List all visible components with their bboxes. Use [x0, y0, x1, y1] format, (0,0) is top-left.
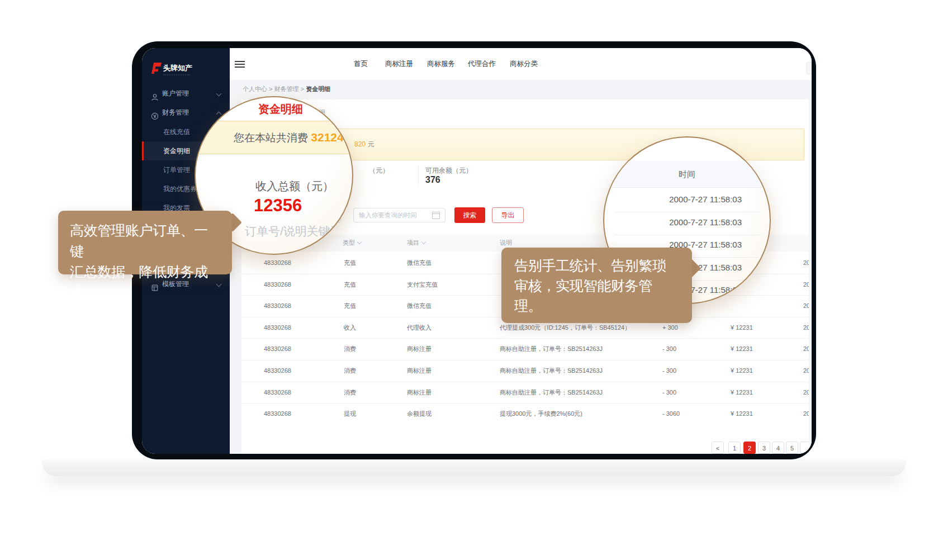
calendar-icon[interactable]	[432, 212, 440, 219]
cell-project: 微信充值	[407, 295, 432, 317]
cell-time: 2000-7-27 11:58:03	[803, 338, 809, 360]
pagination-page-button[interactable]: 3	[758, 442, 770, 454]
cell-desc: 提现3000元，手续费2%(60元)	[500, 403, 582, 425]
stat-label-fragment: （元）	[369, 166, 389, 175]
cell-order: 48330268	[264, 382, 291, 404]
col-header-project[interactable]: 项目	[407, 234, 425, 251]
pagination-page-button-clipped[interactable]	[800, 442, 809, 454]
laptop-base	[42, 459, 906, 476]
chevron-down-icon	[216, 91, 222, 97]
banner-amount: 820	[354, 140, 366, 148]
chevron-down-icon	[357, 240, 362, 244]
cell-type: 充值	[344, 295, 356, 317]
banner-unit: 元	[367, 140, 374, 148]
magnified-banner-text: 您在本站共消费 32124 元	[234, 131, 353, 145]
breadcrumb-sep: >	[301, 86, 304, 92]
cell-order: 48330268	[264, 295, 291, 317]
breadcrumb-sep: >	[269, 86, 272, 92]
cell-time: 2000-7-27 11:58:03	[803, 274, 809, 296]
cell-order: 48330268	[264, 403, 291, 425]
hamburger-menu-icon[interactable]	[235, 61, 245, 68]
balance-label: 可用余额（元）	[425, 166, 472, 175]
nav-item-trademark-register[interactable]: 商标注册	[385, 48, 413, 80]
cell-desc: 商标自助注册，订单号：SB2514263J	[500, 338, 603, 360]
cell-project: 余额提现	[407, 403, 432, 425]
col-header-type[interactable]: 类型	[343, 234, 361, 251]
top-navbar: 首页 商标注册 商标服务 代理合作 商标分类	[230, 48, 812, 80]
magnified-income-label: 收入总额（元）	[255, 179, 334, 194]
cell-amount: - 300	[662, 338, 676, 360]
callout-left-line: 高效管理账户订单、一键	[70, 220, 220, 262]
magnified-page-title: 资金明细	[258, 102, 303, 117]
cell-type: 提现	[344, 403, 356, 425]
nav-item-home[interactable]: 首页	[354, 48, 368, 80]
cell-amount: - 300	[662, 360, 676, 382]
table-row[interactable]: 48330268 消费 商标注册 商标自助注册，订单号：SB2514263J -…	[241, 360, 809, 382]
breadcrumb: 个人中心 > 财务管理 > 资金明细	[243, 85, 330, 93]
row-separator	[614, 212, 760, 212]
cell-order: 48330268	[264, 252, 291, 274]
brand-subtext	[163, 74, 190, 75]
search-button[interactable]: 搜索	[454, 207, 485, 223]
magnified-table-header: 时间	[604, 161, 770, 188]
cell-order: 48330268	[264, 338, 291, 360]
balance-value: 376	[425, 175, 440, 185]
callout-right-line: 告别手工统计、告别繁琐	[514, 255, 679, 276]
breadcrumb-home[interactable]: 个人中心	[243, 86, 267, 92]
cell-balance: ¥ 12231	[731, 317, 753, 339]
table-row[interactable]: 48330268 消费 商标注册 商标自助注册，订单号：SB2514263J -…	[241, 338, 809, 360]
marketing-scene: 头牌知产 账户管理 财务管理 在线充值	[0, 0, 948, 560]
magnified-banner-number: 32124	[311, 131, 343, 144]
sidebar-item-finance[interactable]: 财务管理	[142, 103, 230, 122]
global-search-input[interactable]	[806, 62, 812, 74]
export-button[interactable]: 导出	[492, 207, 524, 223]
cell-desc: 商标自助注册，订单号：SB2514263J	[500, 360, 603, 382]
magnified-time-value: 2000-7-27 11:58:03	[638, 194, 742, 204]
callout-right-line: 审核，实现智能财务管	[514, 276, 679, 296]
cell-time: 2000-7-27 11:58:03	[803, 317, 809, 339]
pagination-page-button[interactable]: 1	[728, 442, 741, 454]
breadcrumb-group[interactable]: 财务管理	[274, 86, 299, 92]
magnified-income-value: 12356	[254, 196, 302, 216]
chevron-down-icon	[421, 240, 426, 244]
cell-order: 48330268	[264, 317, 291, 339]
cell-type: 收入	[344, 317, 356, 339]
brand-logo-icon	[150, 61, 163, 75]
cell-type: 消费	[344, 360, 356, 382]
table-row[interactable]: 48330268 提现 余额提现 提现3000元，手续费2%(60元) - 30…	[241, 403, 809, 425]
cell-balance: ¥ 12231	[731, 338, 753, 360]
cell-type: 消费	[344, 382, 356, 404]
cell-time: 2000-7-27 11:58:03	[803, 252, 809, 274]
cell-project: 代理收入	[407, 317, 432, 339]
nav-item-agent-coop[interactable]: 代理合作	[468, 48, 496, 80]
cell-order: 48330268	[264, 274, 291, 296]
stat-divider	[418, 166, 419, 184]
breadcrumb-current: 资金明细	[306, 86, 330, 92]
cell-project: 商标注册	[407, 382, 432, 404]
sidebar-item-label: 财务管理	[162, 103, 189, 122]
magnified-time-header: 时间	[604, 161, 770, 187]
table-row[interactable]: 48330268 消费 商标注册 商标自助注册，订单号：SB2514263J -…	[241, 382, 809, 404]
cell-time: 2000-7-27 11:58:03	[803, 295, 809, 317]
cell-desc: 商标自助注册，订单号：SB2514263J	[500, 382, 603, 404]
nav-item-trademark-service[interactable]: 商标服务	[427, 48, 455, 80]
cell-type: 消费	[344, 338, 356, 360]
cell-amount: - 3060	[662, 403, 680, 425]
banner-text: 820 元	[354, 140, 374, 149]
cell-project: 支付宝充值	[407, 274, 438, 296]
callout-left-line: 汇总数据，降低财务成本	[70, 262, 220, 303]
active-indicator	[142, 141, 144, 160]
pagination-page-button[interactable]: 5	[786, 442, 798, 454]
callout-right: 告别手工统计、告别繁琐 审核，实现智能财务管 理。	[501, 248, 692, 323]
cell-balance: ¥ 12231	[731, 360, 753, 382]
pagination-page-button[interactable]: 4	[772, 442, 784, 454]
nav-item-trademark-category[interactable]: 商标分类	[510, 48, 538, 80]
pagination-page-button-active[interactable]: 2	[743, 442, 756, 454]
sidebar-item-label: 账户管理	[162, 84, 189, 103]
cell-project: 商标注册	[407, 338, 432, 360]
cell-project: 商标注册	[407, 360, 432, 382]
row-separator	[614, 235, 760, 235]
sidebar-item-account[interactable]: 账户管理	[142, 84, 230, 103]
pagination-prev-button[interactable]: <	[712, 442, 724, 454]
cell-time: 2000-7-27 11:58:03	[803, 382, 809, 404]
